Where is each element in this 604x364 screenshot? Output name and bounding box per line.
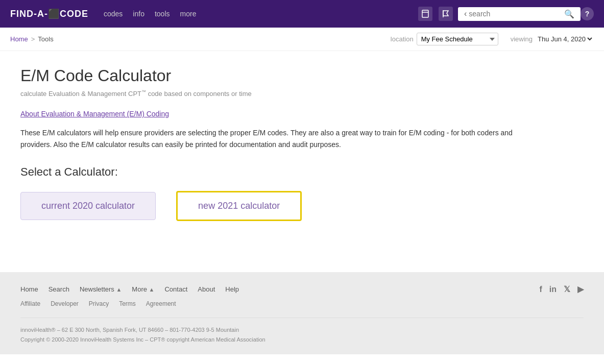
- footer-terms-link[interactable]: Terms: [119, 300, 136, 307]
- calculator-buttons: current 2020 calculator new 2021 calcula…: [20, 191, 541, 221]
- youtube-icon[interactable]: ▶: [577, 284, 584, 294]
- search-arrow-icon[interactable]: ‹: [462, 9, 469, 18]
- breadcrumb-separator: >: [31, 35, 35, 43]
- logo: FIND-A-⬛CODE: [10, 8, 88, 19]
- breadcrumb-home[interactable]: Home: [10, 35, 28, 43]
- twitter-icon[interactable]: 𝕏: [564, 284, 570, 294]
- footer-top: Home Search Newsletters ▲ More ▲ Contact…: [20, 284, 584, 294]
- calculator-2021-button[interactable]: new 2021 calculator: [176, 191, 302, 221]
- flag-icon[interactable]: [439, 7, 453, 21]
- header: FIND-A-⬛CODE codes info tools more ‹ 🔍 ?: [0, 0, 604, 28]
- calculator-2020-button[interactable]: current 2020 calculator: [20, 192, 156, 220]
- footer-nav: Home Search Newsletters ▲ More ▲ Contact…: [20, 285, 239, 293]
- main-content: E/M Code Calculator calculate Evaluation…: [0, 51, 562, 252]
- nav-more[interactable]: more: [180, 10, 197, 18]
- footer-about-link[interactable]: About: [198, 285, 215, 293]
- footer-contact-link[interactable]: Contact: [164, 285, 187, 293]
- nav-codes[interactable]: codes: [104, 10, 123, 18]
- page-subtitle: calculate Evaluation & Management CPT™ c…: [20, 89, 541, 98]
- search-submit-icon[interactable]: 🔍: [562, 9, 576, 19]
- select-calculator-heading: Select a Calculator:: [20, 165, 541, 179]
- footer-legal-line2: Copyright © 2000-2020 InnoviHealth Syste…: [20, 335, 584, 345]
- nav-tools[interactable]: tools: [155, 10, 170, 18]
- footer-divider: [20, 318, 584, 318]
- newsletters-arrow-icon: ▲: [116, 286, 122, 293]
- footer-privacy-link[interactable]: Privacy: [89, 300, 109, 307]
- footer-search-link[interactable]: Search: [49, 285, 69, 293]
- facebook-icon[interactable]: f: [539, 285, 542, 294]
- footer: Home Search Newsletters ▲ More ▲ Contact…: [0, 272, 604, 354]
- linkedin-icon[interactable]: in: [549, 285, 557, 294]
- header-icon-group: [418, 7, 453, 21]
- location-dropdown[interactable]: My Fee Schedule: [417, 33, 498, 45]
- search-input[interactable]: [469, 10, 562, 18]
- footer-help-link[interactable]: Help: [225, 285, 239, 293]
- location-label: location: [391, 35, 414, 43]
- location-selector: location My Fee Schedule: [391, 33, 498, 45]
- social-icons: f in 𝕏 ▶: [539, 284, 584, 294]
- bookmark-icon[interactable]: [418, 7, 432, 21]
- about-em-link[interactable]: About Evaluation & Management (E/M) Codi…: [20, 110, 169, 118]
- nav-info[interactable]: info: [133, 10, 144, 18]
- footer-affiliate-link[interactable]: Affiliate: [20, 300, 40, 307]
- footer-sub-nav: Affiliate Developer Privacy Terms Agreem…: [20, 300, 584, 307]
- search-container: ‹ 🔍: [458, 7, 581, 21]
- viewing-section: viewing Thu Jun 4, 2020: [511, 35, 594, 43]
- help-icon[interactable]: ?: [581, 7, 594, 20]
- page-title: E/M Code Calculator: [20, 66, 541, 85]
- breadcrumb-right: location My Fee Schedule viewing Thu Jun…: [391, 33, 594, 45]
- footer-home-link[interactable]: Home: [20, 285, 38, 293]
- footer-more-link[interactable]: More ▲: [132, 285, 154, 293]
- breadcrumb-bar: Home > Tools location My Fee Schedule vi…: [0, 28, 604, 51]
- main-nav: codes info tools more: [104, 10, 196, 18]
- breadcrumb-current: Tools: [38, 35, 53, 43]
- footer-legal-line1: innoviHealth® – 62 E 300 North, Spanish …: [20, 325, 584, 335]
- footer-agreement-link[interactable]: Agreement: [146, 300, 176, 307]
- footer-newsletters-link[interactable]: Newsletters ▲: [80, 285, 122, 293]
- more-arrow-icon: ▲: [149, 286, 155, 293]
- footer-developer-link[interactable]: Developer: [51, 300, 79, 307]
- svg-rect-0: [422, 10, 428, 17]
- description-text: These E/M calculators will help ensure p…: [20, 127, 541, 150]
- viewing-date-dropdown[interactable]: Thu Jun 4, 2020: [536, 35, 594, 43]
- footer-legal: innoviHealth® – 62 E 300 North, Spanish …: [20, 325, 584, 344]
- viewing-label: viewing: [511, 35, 533, 43]
- logo-accent: ⬛: [48, 9, 60, 19]
